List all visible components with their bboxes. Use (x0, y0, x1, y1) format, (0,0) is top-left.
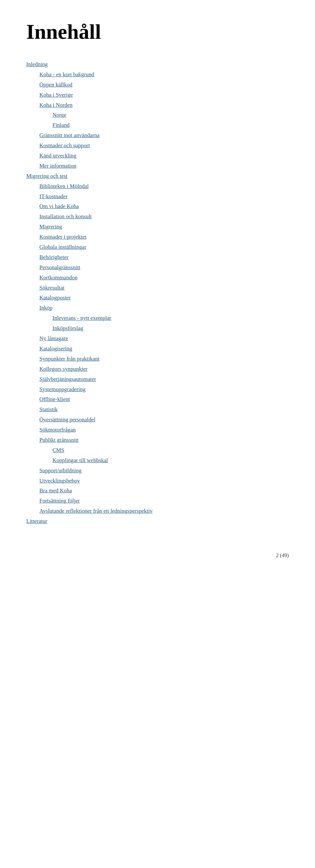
list-item: Katalogisering (39, 344, 289, 354)
list-item: Norge (53, 111, 289, 120)
list-item: Öppen källkod (39, 80, 289, 90)
toc-link-35[interactable]: Översättning personaldel (39, 416, 95, 423)
list-item: Globala inställningar (39, 243, 289, 252)
list-item: Statistik (39, 405, 289, 414)
toc-link-15[interactable]: Installation och konsult (39, 213, 92, 220)
toc-link-28[interactable]: Katalogisering (39, 345, 72, 352)
list-item: Koha i Norden (39, 100, 289, 110)
toc-link-41[interactable]: Utvecklingsbehov (39, 477, 80, 484)
toc-link-4[interactable]: Koha i Norden (39, 102, 72, 108)
toc-link-1[interactable]: Koha - en kort bakgrund (39, 71, 94, 78)
list-item: Biblioteken i Mölndal (39, 182, 289, 191)
list-item: Migrering (39, 222, 289, 232)
list-item: Kopplingar till webbskal (53, 456, 289, 465)
table-of-contents: InledningKoha - en kort bakgrundÖppen kä… (26, 60, 289, 526)
toc-link-9[interactable]: Känd utveckling (39, 153, 76, 159)
toc-link-21[interactable]: Kortkommandon (39, 274, 77, 281)
list-item: Litteratur (26, 517, 289, 526)
toc-link-33[interactable]: Offline-klient (39, 396, 70, 402)
toc-link-5[interactable]: Norge (53, 112, 66, 118)
list-item: Publikt gränssnitt (39, 435, 289, 445)
toc-link-34[interactable]: Statistik (39, 406, 58, 412)
list-item: Behörigheter (39, 253, 289, 262)
toc-link-8[interactable]: Kostnader och support (39, 142, 90, 149)
list-item: Utvecklingsbehov (39, 476, 289, 486)
toc-link-18[interactable]: Globala inställningar (39, 244, 86, 250)
toc-link-13[interactable]: IT-kostnader (39, 193, 68, 199)
toc-link-14[interactable]: Om vi hade Koha (39, 203, 79, 209)
list-item: Om vi hade Koha (39, 202, 289, 211)
list-item: Migrering och test (26, 172, 289, 181)
page-title: Innehåll (26, 20, 289, 44)
list-item: Avslutande reflektioner från ett ledning… (39, 506, 289, 516)
list-item: Offline-klient (39, 395, 289, 404)
toc-link-39[interactable]: Kopplingar till webbskal (53, 457, 108, 463)
list-item: Bra med Koha (39, 486, 289, 496)
toc-link-10[interactable]: Mer information (39, 163, 76, 169)
toc-link-26[interactable]: Inköpsförslag (53, 325, 83, 331)
toc-link-30[interactable]: Kollegors synpunkter (39, 366, 88, 372)
toc-link-12[interactable]: Biblioteken i Mölndal (39, 183, 89, 189)
toc-link-11[interactable]: Migrering och test (26, 173, 68, 179)
list-item: Ny låntagare (39, 334, 289, 343)
toc-link-19[interactable]: Behörigheter (39, 254, 69, 260)
list-item: Koha - en kort bakgrund (39, 70, 289, 80)
toc-link-3[interactable]: Koha i Sverige (39, 92, 73, 98)
list-item: Känd utveckling (39, 151, 289, 161)
toc-link-24[interactable]: Inköp (39, 305, 53, 311)
toc-link-25[interactable]: Inleverans - nytt exemplar (53, 315, 111, 321)
list-item: Inledning (26, 60, 289, 69)
list-item: Inköp (39, 303, 289, 313)
toc-link-31[interactable]: Självbetjäningsautomater (39, 376, 96, 382)
list-item: Sökmotorfrågan (39, 425, 289, 435)
toc-link-2[interactable]: Öppen källkod (39, 82, 72, 88)
list-item: Installation och konsult (39, 212, 289, 221)
list-item: Inleverans - nytt exemplar (53, 314, 289, 323)
toc-link-27[interactable]: Ny låntagare (39, 335, 68, 341)
toc-link-36[interactable]: Sökmotorfrågan (39, 427, 75, 433)
toc-link-16[interactable]: Migrering (39, 223, 62, 230)
toc-link-0[interactable]: Inledning (26, 61, 47, 67)
list-item: Gränssnitt mot användarna (39, 131, 289, 140)
toc-link-40[interactable]: Support/utbildning (39, 467, 81, 474)
list-item: Koha i Sverige (39, 90, 289, 100)
list-item: Kortkommandon (39, 273, 289, 283)
toc-link-20[interactable]: Personalgränssnitt (39, 264, 80, 271)
list-item: Sökresultat (39, 283, 289, 293)
toc-link-7[interactable]: Gränssnitt mot användarna (39, 132, 99, 138)
list-item: CMS (53, 446, 289, 455)
toc-link-44[interactable]: Avslutande reflektioner från ett ledning… (39, 508, 152, 514)
list-item: Support/utbildning (39, 466, 289, 475)
list-item: Personalgränssnitt (39, 263, 289, 273)
toc-link-17[interactable]: Kostnader i projektet (39, 234, 86, 240)
toc-link-37[interactable]: Publikt gränssnitt (39, 437, 78, 443)
toc-link-38[interactable]: CMS (53, 447, 64, 453)
list-item: Mer information (39, 161, 289, 171)
toc-link-22[interactable]: Sökresultat (39, 285, 65, 291)
list-item: Inköpsförslag (53, 324, 289, 333)
toc-link-45[interactable]: Litteratur (26, 518, 47, 524)
toc-link-29[interactable]: Synpunkter från praktikant (39, 355, 99, 362)
list-item: Kostnader och support (39, 141, 289, 151)
page-footer: 2 (49) (26, 553, 289, 558)
list-item: IT-kostnader (39, 192, 289, 202)
toc-link-42[interactable]: Bra med Koha (39, 488, 72, 494)
toc-link-32[interactable]: Systemuppgradering (39, 386, 85, 393)
list-item: Systemuppgradering (39, 385, 289, 394)
list-item: Kollegors synpunkter (39, 365, 289, 374)
list-item: Fortsättning följer (39, 496, 289, 506)
toc-link-43[interactable]: Fortsättning följer (39, 498, 80, 504)
list-item: Synpunkter från praktikant (39, 354, 289, 364)
list-item: Katalogposter (39, 293, 289, 303)
list-item: Kostnader i projektet (39, 232, 289, 242)
list-item: Översättning personaldel (39, 415, 289, 425)
list-item: Självbetjäningsautomater (39, 375, 289, 384)
toc-link-6[interactable]: Finland (53, 122, 70, 128)
list-item: Finland (53, 121, 289, 130)
toc-link-23[interactable]: Katalogposter (39, 294, 71, 301)
